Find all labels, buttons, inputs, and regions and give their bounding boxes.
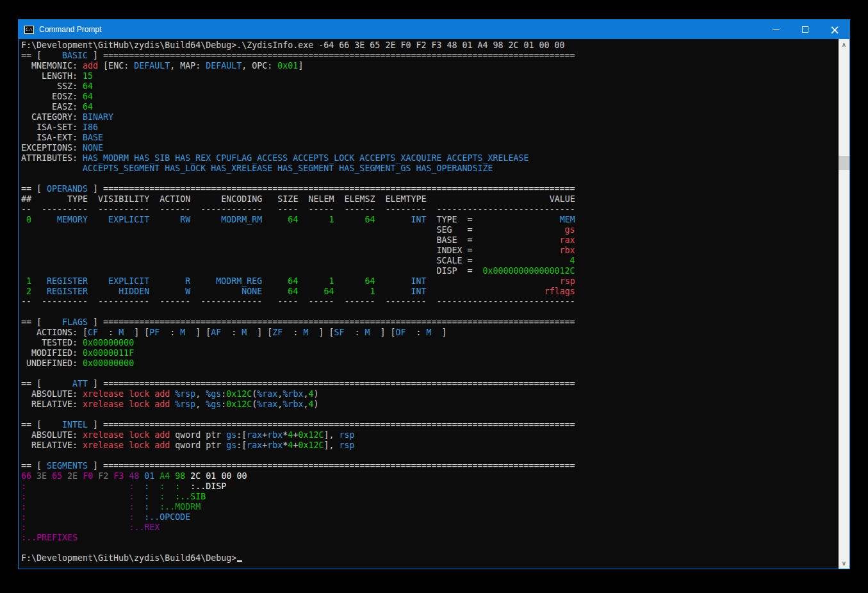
console-line: -- --------- ---------- ------ ---------…: [21, 205, 839, 215]
console-line: SSZ: 64: [21, 81, 839, 92]
console-line: [21, 451, 839, 461]
console-line: MNEMONIC: add [ENC: DEFAULT, MAP: DEFAUL…: [21, 61, 839, 71]
console-line: ISA-EXT: BASE: [21, 133, 839, 143]
console-line: [21, 174, 839, 184]
console-line: 66 3E 65 2E F0 F2 F3 48 01 A4 98 2C 01 0…: [21, 471, 839, 481]
console-line: 2 REGISTER HIDDEN W NONE 64 64 1 INT rfl…: [21, 287, 839, 297]
console-line: ## TYPE VISIBILITY ACTION ENCODING SIZE …: [21, 194, 839, 205]
text-cursor: [237, 560, 242, 562]
scroll-up-icon: ∧: [842, 41, 846, 48]
scrollbar[interactable]: ∧ ∨: [839, 39, 849, 569]
console-line: SEG = gs: [21, 225, 839, 235]
console-line: [21, 307, 839, 317]
console-line: == [ FLAGS ] ===========================…: [21, 317, 839, 328]
console-line: TESTED: 0x00000000: [21, 338, 839, 348]
console-line: MODIFIED: 0x0000011F: [21, 348, 839, 358]
console-line: CATEGORY: BINARY: [21, 112, 839, 122]
minimize-button[interactable]: [761, 20, 790, 39]
console-line: BASE = rax: [21, 235, 839, 246]
console-output[interactable]: F:\Development\GitHub\zydis\Build64\Debu…: [19, 39, 839, 569]
console-line: : : : : : :..DISP: [21, 481, 839, 492]
console-line: EXCEPTIONS: NONE: [21, 143, 839, 153]
console-line: == [ BASIC ] ===========================…: [21, 51, 839, 61]
console-line: ACCEPTS_SEGMENT HAS_LOCK HAS_XRELEASE HA…: [21, 163, 839, 174]
window-controls: ×: [761, 20, 849, 39]
console-line: INDEX = rbx: [21, 246, 839, 256]
console-line: [21, 369, 839, 379]
console-line: : : :..OPCODE: [21, 512, 839, 522]
console-line: SCALE = 4: [21, 256, 839, 266]
console-line: 1 REGISTER EXPLICIT R MODRM_REG 64 1 64 …: [21, 276, 839, 287]
console-line: ISA-SET: I86: [21, 122, 839, 133]
scrollbar-thumb[interactable]: [839, 156, 849, 170]
console-line: EOSZ: 64: [21, 92, 839, 102]
close-icon: ×: [830, 24, 840, 36]
cmd-icon: C:\: [24, 26, 34, 34]
window-title: Command Prompt: [39, 25, 101, 34]
console-line: [21, 543, 839, 553]
console-line: == [ ATT ] =============================…: [21, 379, 839, 389]
console-line: 0 MEMORY EXPLICIT RW MODRM_RM 64 1 64 IN…: [21, 215, 839, 225]
minimize-icon: [773, 29, 780, 30]
console-line: :..PREFIXES: [21, 533, 839, 543]
console-line: == [ INTEL ] ===========================…: [21, 420, 839, 430]
console-line: DISP = 0x000000000000012C: [21, 266, 839, 276]
console-line: LENGTH: 15: [21, 71, 839, 81]
titlebar[interactable]: C:\ Command Prompt ×: [19, 20, 849, 39]
close-button[interactable]: ×: [820, 20, 849, 39]
console-line: ABSOLUTE: xrelease lock add %rsp, %gs:0x…: [21, 389, 839, 399]
console-line: : :..REX: [21, 522, 839, 533]
scroll-down-button[interactable]: ∨: [839, 558, 849, 569]
console-line: == [ SEGMENTS ] ========================…: [21, 461, 839, 471]
console-line: : : : :..MODRM: [21, 502, 839, 512]
console-line: [21, 410, 839, 420]
console-line: RELATIVE: xrelease lock add %rsp, %gs:0x…: [21, 399, 839, 410]
console-line: ATTRIBUTES: HAS_MODRM HAS_SIB HAS_REX CP…: [21, 153, 839, 163]
console-line: ACTIONS: [CF : M ] [PF : M ] [AF : M ] […: [21, 328, 839, 338]
command-prompt-window: C:\ Command Prompt × F:\Development\GitH…: [18, 19, 850, 569]
console-line: F:\Development\GitHub\zydis\Build64\Debu…: [21, 553, 839, 564]
console-line: -- --------- ---------- ------ ---------…: [21, 297, 839, 307]
console-line: RELATIVE: xrelease lock add qword ptr gs…: [21, 440, 839, 451]
maximize-icon: [802, 26, 808, 33]
console-area: F:\Development\GitHub\zydis\Build64\Debu…: [19, 39, 849, 569]
maximize-button[interactable]: [790, 20, 820, 39]
console-line: UNDEFINED: 0x00000000: [21, 358, 839, 369]
console-line: : : : : :..SIB: [21, 492, 839, 502]
console-line: ABSOLUTE: xrelease lock add qword ptr gs…: [21, 430, 839, 440]
scroll-up-button[interactable]: ∧: [839, 39, 849, 50]
console-line: == [ OPERANDS ] ========================…: [21, 184, 839, 194]
console-line: EASZ: 64: [21, 102, 839, 112]
scroll-down-icon: ∨: [842, 560, 846, 567]
console-line: F:\Development\GitHub\zydis\Build64\Debu…: [21, 40, 839, 51]
cmd-icon-text: C:\: [26, 26, 33, 33]
